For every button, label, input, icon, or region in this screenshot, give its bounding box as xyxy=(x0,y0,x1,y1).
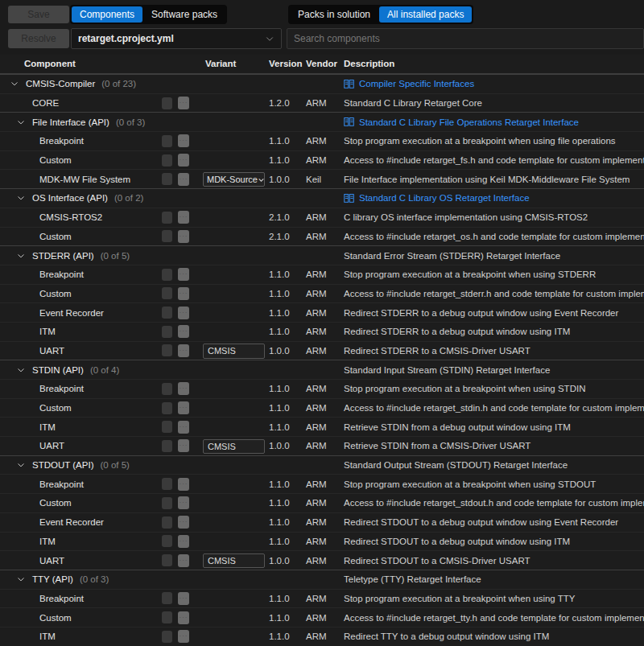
row-controls: ··· xyxy=(162,170,189,188)
table-row[interactable]: CMSIS-Compiler (0 of 23) Compiler Specif… xyxy=(0,74,644,93)
select-checkbox[interactable] xyxy=(162,535,172,547)
description-text[interactable]: Standard C Library OS Retarget Interface xyxy=(359,193,530,203)
select-checkbox[interactable] xyxy=(162,230,172,242)
select-checkbox[interactable] xyxy=(162,554,172,566)
table-row[interactable]: ITM ··· 1.1.0 ARM Redirect TTY to a debu… xyxy=(0,627,644,646)
table-row[interactable]: CMSIS-RTOS2 ··· 2.1.0 ARM C library OS i… xyxy=(0,208,644,227)
tab-packs-in-solution[interactable]: Packs in solution xyxy=(290,6,378,23)
select-checkbox[interactable] xyxy=(162,212,172,224)
select-checkbox[interactable] xyxy=(162,344,172,356)
more-options-button[interactable]: ··· xyxy=(178,554,189,567)
more-options-button[interactable]: ··· xyxy=(178,516,189,529)
select-checkbox[interactable] xyxy=(162,497,172,509)
variant-select[interactable]: MDK-Source xyxy=(203,172,265,187)
table-row[interactable]: Custom ··· 1.1.0 ARM Access to #include … xyxy=(0,493,644,512)
table-row[interactable]: CORE ··· 1.2.0 ARM Standard C Library Re… xyxy=(0,93,644,113)
more-options-button[interactable]: ··· xyxy=(178,325,189,338)
table-row[interactable]: Custom ··· 1.1.0 ARM Access to #include … xyxy=(0,607,644,627)
table-row[interactable]: UART ··· CMSIS 1.0.0 ARM Retrieve STDIN … xyxy=(0,436,644,455)
expand-chevron-icon[interactable] xyxy=(17,194,25,202)
tab-all-installed-packs[interactable]: All installed packs xyxy=(379,6,472,23)
table-row[interactable]: Custom ··· 1.1.0 ARM Access to #include … xyxy=(0,150,644,170)
table-row[interactable]: MDK-MW File System ··· MDK-Source 1.0.0 … xyxy=(0,169,644,188)
table-row[interactable]: Custom ··· 2.1.0 ARM Access to #include … xyxy=(0,227,644,246)
table-row[interactable]: UART ··· CMSIS 1.0.0 ARM Redirect STDERR… xyxy=(0,341,644,360)
more-options-button[interactable]: ··· xyxy=(178,134,189,147)
resolve-button[interactable]: Resolve xyxy=(8,29,69,48)
expand-chevron-icon[interactable] xyxy=(17,461,25,469)
variant-box[interactable]: CMSIS xyxy=(203,344,265,359)
table-row[interactable]: File Interface (API) (0 of 3) Standard C… xyxy=(0,112,644,131)
search-input[interactable] xyxy=(287,28,644,49)
select-checkbox[interactable] xyxy=(162,173,172,185)
select-checkbox[interactable] xyxy=(162,611,172,623)
expand-chevron-icon[interactable] xyxy=(17,366,25,374)
table-row[interactable]: Breakpoint ··· 1.1.0 ARM Stop program ex… xyxy=(0,379,644,398)
more-options-button[interactable]: ··· xyxy=(178,592,189,605)
select-checkbox[interactable] xyxy=(162,307,172,319)
more-options-button[interactable]: ··· xyxy=(178,287,189,300)
description-text[interactable]: Compiler Specific Interfaces xyxy=(359,79,474,88)
table-row[interactable]: Event Recorder ··· 1.1.0 ARM Redirect ST… xyxy=(0,512,644,532)
table-row[interactable]: OS Interface (API) (0 of 2) Standard C L… xyxy=(0,188,644,208)
table-row[interactable]: ITM ··· 1.1.0 ARM Redirect STDERR to a d… xyxy=(0,322,644,341)
select-checkbox[interactable] xyxy=(162,631,172,643)
more-options-button[interactable]: ··· xyxy=(178,478,189,491)
more-options-button[interactable]: ··· xyxy=(178,230,189,243)
select-checkbox[interactable] xyxy=(162,402,172,414)
more-options-button[interactable]: ··· xyxy=(178,173,189,186)
table-row[interactable]: UART ··· CMSIS 1.0.0 ARM Redirect STDOUT… xyxy=(0,550,644,570)
more-options-button[interactable]: ··· xyxy=(178,496,189,509)
more-options-button[interactable]: ··· xyxy=(178,97,189,109)
select-checkbox[interactable] xyxy=(162,154,172,167)
more-options-button[interactable]: ··· xyxy=(178,382,189,395)
expand-chevron-icon[interactable] xyxy=(17,575,25,583)
expand-chevron-icon[interactable] xyxy=(17,118,25,126)
tab-software-packs[interactable]: Software packs xyxy=(143,6,225,23)
table-row[interactable]: Event Recorder ··· 1.1.0 ARM Redirect ST… xyxy=(0,302,644,322)
table-row[interactable]: ITM ··· 1.1.0 ARM Redirect STDOUT to a d… xyxy=(0,532,644,551)
more-options-button[interactable]: ··· xyxy=(178,421,189,434)
select-checkbox[interactable] xyxy=(162,592,172,604)
select-checkbox[interactable] xyxy=(162,135,172,147)
context-file-select[interactable]: retarget.cproject.yml xyxy=(71,28,282,49)
more-options-button[interactable]: ··· xyxy=(178,535,189,548)
more-options-button[interactable]: ··· xyxy=(178,439,189,452)
more-options-button[interactable]: ··· xyxy=(178,611,189,624)
select-checkbox[interactable] xyxy=(162,421,172,433)
table-row[interactable]: Breakpoint ··· 1.1.0 ARM Stop program ex… xyxy=(0,131,644,150)
table-row[interactable]: Custom ··· 1.1.0 ARM Access to #include … xyxy=(0,398,644,418)
select-checkbox[interactable] xyxy=(162,326,172,338)
more-options-button[interactable]: ··· xyxy=(178,307,189,319)
save-button[interactable]: Save xyxy=(8,6,69,23)
select-checkbox[interactable] xyxy=(162,383,172,395)
select-checkbox[interactable] xyxy=(162,97,172,109)
more-options-button[interactable]: ··· xyxy=(178,154,189,167)
table-row[interactable]: STDERR (API) (0 of 5) Standard Error Str… xyxy=(0,245,644,265)
table-row[interactable]: STDIN (API) (0 of 4) Standard Input Stre… xyxy=(0,360,644,379)
doc-book-icon xyxy=(344,117,354,126)
description-text[interactable]: Standard C Library File Operations Retar… xyxy=(359,117,579,127)
table-row[interactable]: Breakpoint ··· 1.1.0 ARM Stop program ex… xyxy=(0,265,644,284)
expand-chevron-icon[interactable] xyxy=(10,80,19,88)
variant-box[interactable]: CMSIS xyxy=(203,439,265,455)
more-options-button[interactable]: ··· xyxy=(178,211,189,224)
select-checkbox[interactable] xyxy=(162,287,172,299)
more-options-button[interactable]: ··· xyxy=(178,630,189,643)
select-checkbox[interactable] xyxy=(162,440,172,452)
more-options-button[interactable]: ··· xyxy=(178,268,189,281)
table-row[interactable]: Breakpoint ··· 1.1.0 ARM Stop program ex… xyxy=(0,589,644,608)
table-row[interactable]: TTY (API) (0 of 3) Teletype (TTY) Retarg… xyxy=(0,570,644,589)
more-options-button[interactable]: ··· xyxy=(178,401,189,414)
select-checkbox[interactable] xyxy=(162,269,172,281)
table-row[interactable]: STDOUT (API) (0 of 5) Standard Output St… xyxy=(0,455,644,475)
more-options-button[interactable]: ··· xyxy=(178,344,189,357)
tab-components[interactable]: Components xyxy=(72,6,142,23)
table-row[interactable]: Breakpoint ··· 1.1.0 ARM Stop program ex… xyxy=(0,474,644,493)
table-row[interactable]: ITM ··· 1.1.0 ARM Retrieve STDIN from a … xyxy=(0,417,644,436)
select-checkbox[interactable] xyxy=(162,478,172,490)
table-row[interactable]: Custom ··· 1.1.0 ARM Access to #include … xyxy=(0,284,644,303)
select-checkbox[interactable] xyxy=(162,516,172,529)
expand-chevron-icon[interactable] xyxy=(17,252,25,260)
variant-box[interactable]: CMSIS xyxy=(203,553,265,569)
